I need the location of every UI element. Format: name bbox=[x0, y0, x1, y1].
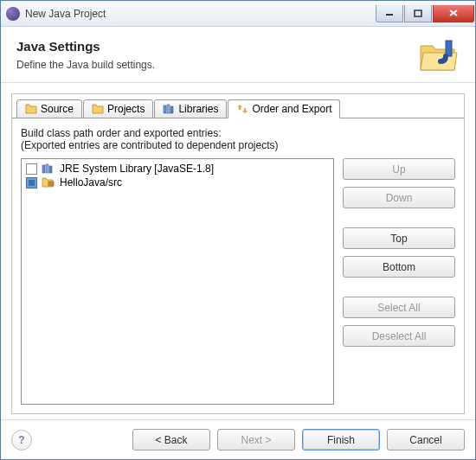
cancel-button[interactable]: Cancel bbox=[387, 429, 465, 450]
minimize-button[interactable] bbox=[376, 5, 403, 22]
folder-java-icon bbox=[418, 39, 460, 73]
description-line-1: Build class path order and exported entr… bbox=[21, 127, 455, 139]
list-item[interactable]: HelloJava/src bbox=[24, 176, 331, 189]
package-folder-icon bbox=[42, 177, 55, 188]
list-item-label: HelloJava/src bbox=[60, 176, 122, 188]
svg-rect-1 bbox=[415, 10, 421, 16]
page-subtitle: Define the Java build settings. bbox=[16, 59, 409, 71]
up-button[interactable]: Up bbox=[343, 158, 455, 180]
dialog-body: Source Projects Libraries Order and Expo… bbox=[1, 83, 475, 419]
svg-rect-9 bbox=[46, 164, 48, 173]
side-button-column: Up Down Top Bottom Select All Deselect A… bbox=[343, 158, 455, 405]
tab-projects[interactable]: Projects bbox=[83, 99, 153, 118]
classpath-list[interactable]: JRE System Library [JavaSE-1.8] HelloJav… bbox=[21, 158, 334, 405]
description-line-2: (Exported entries are contributed to dep… bbox=[21, 139, 455, 151]
tab-container: Source Projects Libraries Order and Expo… bbox=[11, 93, 465, 414]
svg-rect-8 bbox=[42, 165, 45, 173]
svg-rect-6 bbox=[167, 105, 170, 113]
title-bar: New Java Project bbox=[1, 1, 475, 27]
header-text: Java Settings Define the Java build sett… bbox=[16, 39, 409, 71]
deselect-all-button[interactable]: Deselect All bbox=[343, 325, 455, 347]
tab-libraries[interactable]: Libraries bbox=[154, 99, 227, 118]
checkbox[interactable] bbox=[26, 177, 37, 188]
list-item-label: JRE System Library [JavaSE-1.8] bbox=[60, 163, 214, 175]
dialog-footer: ? < Back Next > Finish Cancel bbox=[1, 419, 475, 459]
dialog-header: Java Settings Define the Java build sett… bbox=[1, 27, 475, 83]
dialog-window: New Java Project Java Settings Define th… bbox=[0, 0, 476, 460]
down-button[interactable]: Down bbox=[343, 187, 455, 208]
folder-icon bbox=[92, 104, 104, 114]
tab-order-export[interactable]: Order and Export bbox=[228, 99, 340, 118]
arrows-icon bbox=[236, 104, 248, 114]
close-icon bbox=[448, 9, 459, 17]
close-button[interactable] bbox=[433, 5, 474, 22]
finish-button[interactable]: Finish bbox=[302, 429, 380, 450]
select-all-button[interactable]: Select All bbox=[343, 297, 455, 318]
tab-source[interactable]: Source bbox=[16, 99, 82, 118]
checkbox[interactable] bbox=[26, 163, 37, 175]
back-button[interactable]: < Back bbox=[132, 429, 210, 450]
top-button[interactable]: Top bbox=[343, 227, 455, 249]
minimize-icon bbox=[385, 10, 394, 16]
bottom-button[interactable]: Bottom bbox=[343, 256, 455, 278]
library-icon bbox=[163, 104, 175, 114]
list-item[interactable]: JRE System Library [JavaSE-1.8] bbox=[24, 162, 331, 176]
tab-label: Projects bbox=[107, 103, 145, 115]
window-controls bbox=[375, 5, 474, 22]
svg-rect-10 bbox=[49, 166, 52, 173]
tab-row: Source Projects Libraries Order and Expo… bbox=[12, 94, 464, 118]
tab-label: Source bbox=[41, 103, 74, 115]
next-button[interactable]: Next > bbox=[217, 429, 295, 450]
library-icon bbox=[42, 163, 55, 174]
tab-label: Libraries bbox=[178, 103, 218, 115]
help-button[interactable]: ? bbox=[11, 430, 32, 450]
wizard-buttons: < Back Next > Finish Cancel bbox=[132, 429, 465, 450]
maximize-button[interactable] bbox=[404, 5, 432, 22]
svg-rect-5 bbox=[164, 105, 166, 113]
eclipse-icon bbox=[6, 7, 20, 21]
maximize-icon bbox=[414, 10, 422, 17]
tab-panel-order-export: Build class path order and exported entr… bbox=[12, 118, 464, 413]
folder-icon bbox=[25, 104, 37, 114]
help-icon: ? bbox=[18, 434, 24, 446]
tab-label: Order and Export bbox=[252, 103, 331, 115]
page-title: Java Settings bbox=[16, 39, 409, 54]
window-title: New Java Project bbox=[25, 8, 375, 20]
svg-rect-7 bbox=[170, 106, 173, 113]
main-layout: JRE System Library [JavaSE-1.8] HelloJav… bbox=[21, 158, 455, 405]
svg-rect-11 bbox=[48, 182, 54, 186]
